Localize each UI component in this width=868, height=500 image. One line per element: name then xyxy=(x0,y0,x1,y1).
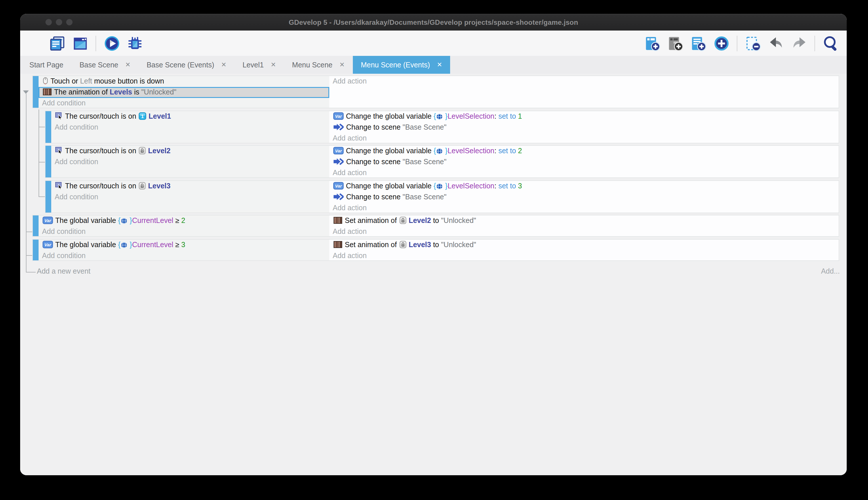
debug-icon xyxy=(127,35,142,51)
instruction-text: { xyxy=(433,147,436,155)
preview-button[interactable] xyxy=(104,35,120,51)
condition-row[interactable]: VarThe global variable {}CurrentLevel ≥ … xyxy=(38,239,329,250)
add-condition-button[interactable]: Add condition xyxy=(38,250,329,261)
action-row[interactable]: VarChange the global variable {}LevelSel… xyxy=(329,111,838,122)
action-row[interactable]: Change to scene "Base Scene" xyxy=(329,122,838,133)
delete-event-button[interactable] xyxy=(745,35,761,51)
redo-button[interactable] xyxy=(791,35,807,51)
condition-row[interactable]: The cursor/touch is on Level3 xyxy=(51,181,329,192)
instruction-text: { xyxy=(433,182,436,190)
tab-base-scene-events[interactable]: Base Scene (Events)✕ xyxy=(138,56,234,74)
action-row[interactable]: Change to scene "Base Scene" xyxy=(329,157,838,168)
tab-close-icon[interactable]: ✕ xyxy=(271,61,276,68)
toolbar-left xyxy=(20,35,146,51)
tab-close-icon[interactable]: ✕ xyxy=(125,61,130,68)
tab-menu-scene-events[interactable]: Menu Scene (Events)✕ xyxy=(353,56,450,74)
mouse-icon xyxy=(43,77,48,85)
add-condition-button[interactable]: Add condition xyxy=(51,122,329,133)
undo-button[interactable] xyxy=(768,35,784,51)
tree-connector-line xyxy=(26,94,26,272)
action-row[interactable]: Change to scene "Base Scene" xyxy=(329,192,838,203)
add-event-button[interactable] xyxy=(644,35,660,51)
cursor-icon xyxy=(55,147,63,155)
action-row[interactable]: Set animation of Level3 to "Unlocked" xyxy=(329,239,838,250)
instruction-text: set to xyxy=(498,112,518,120)
tree-connector-line xyxy=(26,231,32,232)
action-row[interactable]: Set animation of Level2 to "Unlocked" xyxy=(329,215,838,226)
event-drag-bar[interactable] xyxy=(46,181,51,212)
expander-triangle-icon[interactable] xyxy=(23,90,28,94)
tab-level1[interactable]: Level1✕ xyxy=(235,56,284,74)
conditions-column: VarThe global variable {}CurrentLevel ≥ … xyxy=(38,215,329,236)
actions-column: Set animation of Level2 to "Unlocked"Add… xyxy=(329,215,838,236)
animation-icon xyxy=(43,88,52,95)
project-manager-button[interactable] xyxy=(49,35,65,51)
tab-start-page[interactable]: Start Page xyxy=(21,56,71,74)
instruction-text: ≥ xyxy=(173,240,181,249)
conditions-column: The cursor/touch is on Level3Add conditi… xyxy=(51,181,329,212)
add-subevent-button[interactable] xyxy=(667,35,683,51)
search-button[interactable] xyxy=(822,35,838,51)
add-other-event-button[interactable] xyxy=(713,35,729,51)
event-drag-bar[interactable] xyxy=(33,239,38,260)
conditions-column: Touch or Left mouse button is downThe an… xyxy=(38,76,329,108)
tab-close-icon[interactable]: ✕ xyxy=(437,61,442,68)
add-action-button[interactable]: Add action xyxy=(329,76,838,87)
instruction-text: Levels xyxy=(110,88,132,96)
add-action-button[interactable]: Add action xyxy=(329,250,838,261)
var-icon: Var xyxy=(43,217,53,224)
event-drag-bar[interactable] xyxy=(33,215,38,236)
add-new-icon xyxy=(714,35,729,51)
condition-row[interactable]: The animation of Levels is "Unlocked" xyxy=(38,87,329,98)
scene-change-icon xyxy=(333,193,344,200)
add-condition-button[interactable]: Add condition xyxy=(38,226,329,237)
add-event-icon xyxy=(644,35,660,51)
tab-close-icon[interactable]: ✕ xyxy=(221,61,226,68)
add-comment-button[interactable] xyxy=(690,35,706,51)
debug-button[interactable] xyxy=(127,35,143,51)
tab-label: Level1 xyxy=(243,61,264,69)
scene-editor-button[interactable] xyxy=(72,35,88,51)
instruction-text: "Unlocked" xyxy=(141,88,176,96)
toolbar-right xyxy=(641,35,847,51)
actions-column: Add action xyxy=(329,76,838,108)
tab-menu-scene[interactable]: Menu Scene✕ xyxy=(284,56,353,74)
add-more-button[interactable]: Add... xyxy=(821,267,840,276)
tab-close-icon[interactable]: ✕ xyxy=(339,61,344,68)
actions-column: Set animation of Level3 to "Unlocked"Add… xyxy=(329,239,838,260)
tree-connector-line xyxy=(26,272,35,272)
instruction-text: ≥ xyxy=(173,217,181,225)
instruction-text: "Base Scene" xyxy=(403,158,447,166)
add-condition-button[interactable]: Add condition xyxy=(38,98,329,109)
scene-window-icon xyxy=(72,35,88,51)
instruction-text: 3 xyxy=(181,240,185,249)
condition-row[interactable]: Touch or Left mouse button is down xyxy=(38,76,329,87)
event-drag-bar[interactable] xyxy=(46,111,51,143)
instruction-text: 1 xyxy=(518,112,522,120)
instruction-text: Change the global variable xyxy=(346,182,433,190)
condition-row[interactable]: The cursor/touch is on Level2 xyxy=(51,146,329,157)
add-new-event-button[interactable]: Add a new event xyxy=(37,267,90,276)
instruction-text: mouse button is down xyxy=(92,77,164,85)
action-row[interactable]: VarChange the global variable {}LevelSel… xyxy=(329,146,838,157)
add-comment-icon xyxy=(690,35,706,51)
add-action-button[interactable]: Add action xyxy=(329,168,838,179)
add-condition-button[interactable]: Add condition xyxy=(51,157,329,168)
add-condition-button[interactable]: Add condition xyxy=(51,192,329,203)
action-row[interactable]: VarChange the global variable {}LevelSel… xyxy=(329,181,838,192)
scene-change-icon xyxy=(333,158,344,165)
add-action-button[interactable]: Add action xyxy=(329,226,838,237)
add-action-button[interactable]: Add action xyxy=(329,203,838,213)
event-drag-bar[interactable] xyxy=(33,76,38,108)
add-action-button[interactable]: Add action xyxy=(329,133,838,144)
tab-base-scene[interactable]: Base Scene✕ xyxy=(71,56,138,74)
condition-row[interactable]: VarThe global variable {}CurrentLevel ≥ … xyxy=(38,215,329,226)
tab-label: Base Scene (Events) xyxy=(146,61,214,69)
instruction-text: Level2 xyxy=(409,217,431,225)
condition-row[interactable]: The cursor/touch is on 1Level1 xyxy=(51,111,329,122)
lock-icon xyxy=(399,240,406,248)
tab-bar: Start PageBase Scene✕Base Scene (Events)… xyxy=(20,56,847,74)
sub-event: The cursor/touch is on Level2Add conditi… xyxy=(45,145,839,178)
instruction-text: CurrentLevel xyxy=(132,217,173,225)
event-drag-bar[interactable] xyxy=(46,146,51,178)
